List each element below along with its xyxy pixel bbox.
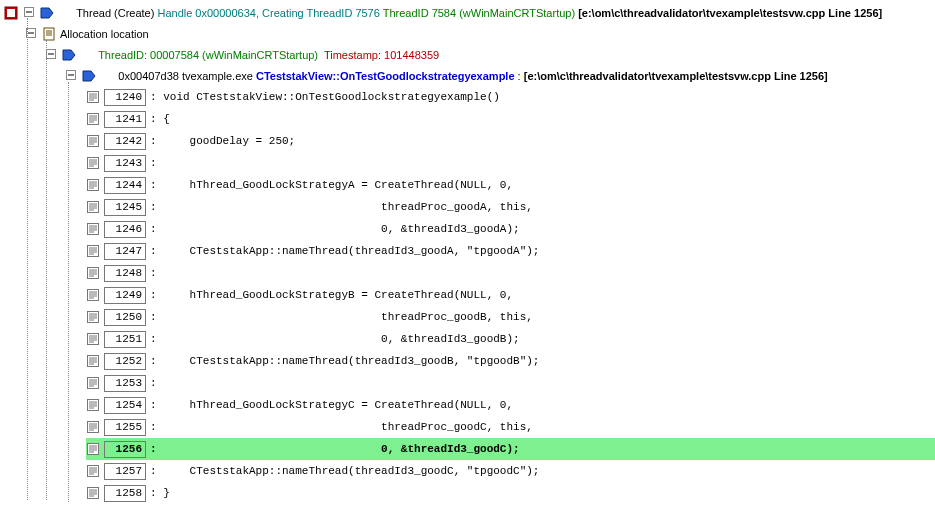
source-line-icon bbox=[86, 464, 100, 478]
line-text: hThread_GoodLockStrategyA = CreateThread… bbox=[163, 176, 513, 194]
line-text: threadProc_goodA, this, bbox=[163, 198, 533, 216]
line-number: 1251 bbox=[104, 331, 146, 348]
source-line-icon bbox=[86, 354, 100, 368]
source-line[interactable]: 1253: bbox=[4, 372, 935, 394]
line-text: 0, &threadId3_goodB); bbox=[163, 330, 519, 348]
source-line-icon bbox=[86, 376, 100, 390]
source-line[interactable]: 1249: hThread_GoodLockStrategyB = Create… bbox=[4, 284, 935, 306]
source-line-icon bbox=[86, 398, 100, 412]
source-line-icon bbox=[86, 310, 100, 324]
source-line-icon bbox=[86, 156, 100, 170]
svg-rect-67 bbox=[88, 312, 99, 323]
thread-row[interactable]: Thread (Create) Handle 0x00000634, Creat… bbox=[4, 2, 935, 23]
tag-icon bbox=[62, 48, 76, 62]
line-number: 1241 bbox=[104, 111, 146, 128]
line-number: 1247 bbox=[104, 243, 146, 260]
tag-icon bbox=[82, 69, 96, 83]
source-line[interactable]: 1243: bbox=[4, 152, 935, 174]
svg-marker-4 bbox=[41, 8, 53, 18]
svg-rect-77 bbox=[88, 356, 99, 367]
line-text: 0, &threadId3_goodA); bbox=[163, 220, 519, 238]
source-line[interactable]: 1256: 0, &threadId3_goodC); bbox=[4, 438, 935, 460]
document-icon bbox=[42, 27, 56, 41]
source-line[interactable]: 1255: threadProc_goodC, this, bbox=[4, 416, 935, 438]
source-line-icon bbox=[86, 222, 100, 236]
source-line-icon bbox=[86, 178, 100, 192]
thread-tree: Thread (Create) Handle 0x00000634, Creat… bbox=[0, 0, 935, 504]
line-number: 1258 bbox=[104, 485, 146, 502]
line-number: 1254 bbox=[104, 397, 146, 414]
stop-icon bbox=[4, 6, 18, 20]
svg-rect-17 bbox=[88, 92, 99, 103]
svg-rect-107 bbox=[88, 488, 99, 499]
line-text: 0, &threadId3_goodC); bbox=[163, 440, 519, 458]
line-number: 1246 bbox=[104, 221, 146, 238]
svg-rect-52 bbox=[88, 246, 99, 257]
frame-row[interactable]: 0x00407d38 tvexample.exe CTeststakView::… bbox=[4, 65, 935, 86]
line-number: 1245 bbox=[104, 199, 146, 216]
line-number: 1248 bbox=[104, 265, 146, 282]
line-number: 1242 bbox=[104, 133, 146, 150]
line-number: 1243 bbox=[104, 155, 146, 172]
line-number: 1255 bbox=[104, 419, 146, 436]
source-line-icon bbox=[86, 266, 100, 280]
svg-rect-47 bbox=[88, 224, 99, 235]
source-line[interactable]: 1244: hThread_GoodLockStrategyA = Create… bbox=[4, 174, 935, 196]
source-line[interactable]: 1252: CTeststakApp::nameThread(threadId3… bbox=[4, 350, 935, 372]
line-number: 1256 bbox=[104, 441, 146, 458]
collapse-icon[interactable] bbox=[22, 6, 36, 20]
source-line-icon bbox=[86, 332, 100, 346]
line-text: hThread_GoodLockStrategyB = CreateThread… bbox=[163, 286, 513, 304]
source-line[interactable]: 1242: goodDelay = 250; bbox=[4, 130, 935, 152]
line-number: 1257 bbox=[104, 463, 146, 480]
source-listing: 1240: void CTeststakView::OnTestGoodlock… bbox=[4, 86, 935, 504]
line-text: threadProc_goodB, this, bbox=[163, 308, 533, 326]
line-text: { bbox=[163, 110, 170, 128]
source-line-icon bbox=[86, 134, 100, 148]
source-line[interactable]: 1245: threadProc_goodA, this, bbox=[4, 196, 935, 218]
line-number: 1250 bbox=[104, 309, 146, 326]
source-line[interactable]: 1247: CTeststakApp::nameThread(threadId3… bbox=[4, 240, 935, 262]
source-line[interactable]: 1246: 0, &threadId3_goodA); bbox=[4, 218, 935, 240]
source-line-icon bbox=[86, 288, 100, 302]
svg-rect-102 bbox=[88, 466, 99, 477]
source-line[interactable]: 1250: threadProc_goodB, this, bbox=[4, 306, 935, 328]
source-line[interactable]: 1248: bbox=[4, 262, 935, 284]
line-number: 1252 bbox=[104, 353, 146, 370]
svg-marker-16 bbox=[83, 71, 95, 81]
svg-rect-42 bbox=[88, 202, 99, 213]
svg-rect-22 bbox=[88, 114, 99, 125]
svg-rect-97 bbox=[88, 444, 99, 455]
source-line-icon bbox=[86, 420, 100, 434]
svg-rect-27 bbox=[88, 136, 99, 147]
svg-rect-87 bbox=[88, 400, 99, 411]
line-number: 1253 bbox=[104, 375, 146, 392]
line-text: CTeststakApp::nameThread(threadId3_goodC… bbox=[163, 462, 539, 480]
source-line-icon bbox=[86, 442, 100, 456]
svg-rect-82 bbox=[88, 378, 99, 389]
line-number: 1240 bbox=[104, 89, 146, 106]
svg-rect-57 bbox=[88, 268, 99, 279]
svg-rect-72 bbox=[88, 334, 99, 345]
collapse-icon[interactable] bbox=[64, 69, 78, 83]
source-line[interactable]: 1257: CTeststakApp::nameThread(threadId3… bbox=[4, 460, 935, 482]
svg-rect-62 bbox=[88, 290, 99, 301]
line-text: void CTeststakView::OnTestGoodlockstrate… bbox=[163, 88, 500, 106]
svg-rect-92 bbox=[88, 422, 99, 433]
line-text: goodDelay = 250; bbox=[163, 132, 295, 150]
line-text: hThread_GoodLockStrategyC = CreateThread… bbox=[163, 396, 513, 414]
source-line-icon bbox=[86, 90, 100, 104]
source-line-icon bbox=[86, 486, 100, 500]
line-number: 1244 bbox=[104, 177, 146, 194]
source-line-icon bbox=[86, 200, 100, 214]
line-text: threadProc_goodC, this, bbox=[163, 418, 533, 436]
source-line[interactable]: 1254: hThread_GoodLockStrategyC = Create… bbox=[4, 394, 935, 416]
svg-rect-1 bbox=[7, 9, 15, 17]
source-line[interactable]: 1258: } bbox=[4, 482, 935, 504]
source-line[interactable]: 1251: 0, &threadId3_goodB); bbox=[4, 328, 935, 350]
svg-rect-32 bbox=[88, 158, 99, 169]
source-line[interactable]: 1241: { bbox=[4, 108, 935, 130]
svg-rect-37 bbox=[88, 180, 99, 191]
line-text: CTeststakApp::nameThread(threadId3_goodA… bbox=[163, 242, 539, 260]
svg-rect-7 bbox=[44, 28, 54, 40]
